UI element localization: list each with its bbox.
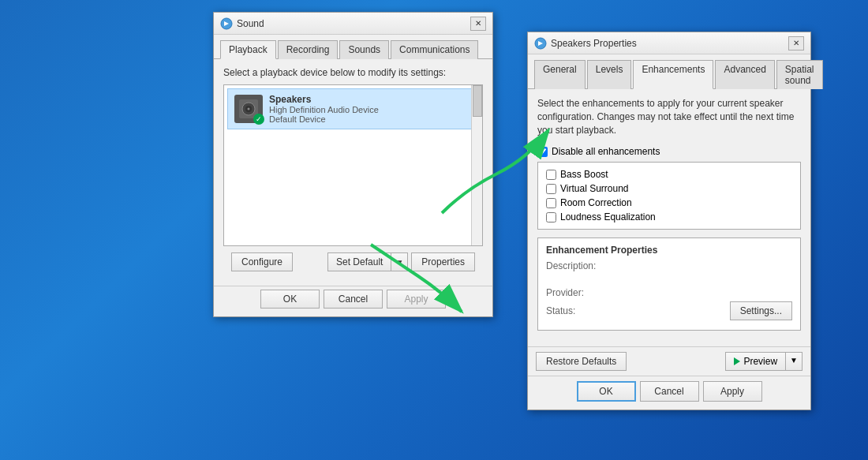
tab-sounds[interactable]: Sounds bbox=[339, 40, 389, 59]
svg-point-5 bbox=[248, 108, 250, 110]
enhancement-description: Select the enhancements to apply for you… bbox=[537, 97, 801, 137]
sound-tab-bar: Playback Recording Sounds Communications bbox=[214, 35, 492, 59]
tab-communications[interactable]: Communications bbox=[391, 40, 478, 59]
instruction-text: Select a playback device below to modify… bbox=[223, 67, 483, 78]
speakers-title-bar: Speakers Properties ✕ bbox=[528, 32, 810, 54]
enhancements-content: Select the enhancements to apply for you… bbox=[528, 89, 810, 346]
default-device-badge: ✓ bbox=[253, 114, 264, 125]
enhancements-list-box: Bass Boost Virtual Surround Room Correct… bbox=[537, 162, 801, 230]
restore-defaults-button[interactable]: Restore Defaults bbox=[536, 352, 627, 371]
tab-playback[interactable]: Playback bbox=[220, 40, 276, 59]
tab-spatial-sound[interactable]: Spatial sound bbox=[776, 60, 823, 89]
configure-row: Configure Set Default ▼ Properties bbox=[223, 246, 483, 278]
set-default-split: Set Default ▼ bbox=[327, 252, 408, 271]
device-sub: High Definition Audio Device bbox=[269, 105, 472, 114]
set-default-dropdown[interactable]: ▼ bbox=[391, 252, 408, 271]
speaker-device-item[interactable]: ✓ Speakers High Definition Audio Device … bbox=[227, 88, 479, 129]
preview-split-button: Preview ▼ bbox=[725, 352, 803, 371]
speakers-cancel-button[interactable]: Cancel bbox=[640, 381, 699, 402]
speakers-title-icon bbox=[534, 37, 547, 50]
scrollbar-thumb bbox=[473, 85, 482, 117]
tab-general[interactable]: General bbox=[534, 60, 586, 89]
sound-apply-button[interactable]: Apply bbox=[387, 290, 446, 309]
description-row: Description: bbox=[546, 260, 792, 271]
preview-main-button[interactable]: Preview bbox=[725, 352, 785, 371]
tab-levels[interactable]: Levels bbox=[587, 60, 632, 89]
disable-all-checkbox[interactable] bbox=[537, 147, 548, 157]
room-correction-checkbox[interactable] bbox=[546, 198, 556, 208]
enhancement-props-title: Enhancement Properties bbox=[546, 245, 792, 256]
room-correction-item: Room Correction bbox=[546, 196, 792, 210]
tab-recording[interactable]: Recording bbox=[278, 40, 339, 59]
disable-all-label: Disable all enhancements bbox=[552, 146, 660, 157]
loudness-equalization-item: Loudness Equalization bbox=[546, 210, 792, 224]
settings-button[interactable]: Settings... bbox=[730, 301, 792, 320]
loudness-eq-checkbox[interactable] bbox=[546, 212, 556, 223]
speakers-properties-dialog: Speakers Properties ✕ General Levels Enh… bbox=[527, 32, 811, 410]
speakers-tab-bar: General Levels Enhancements Advanced Spa… bbox=[528, 54, 810, 89]
preview-dropdown[interactable]: ▼ bbox=[785, 352, 803, 371]
device-list-scrollbar[interactable] bbox=[471, 85, 482, 245]
status-label: Status: bbox=[546, 305, 601, 316]
loudness-eq-label: Loudness Equalization bbox=[560, 211, 656, 223]
set-default-button[interactable]: Set Default bbox=[327, 252, 391, 271]
virtual-surround-label: Virtual Surround bbox=[560, 183, 629, 194]
play-icon bbox=[734, 357, 740, 365]
speakers-ok-footer: OK Cancel Apply bbox=[528, 376, 810, 410]
sound-dialog: Sound ✕ Playback Recording Sounds Commun… bbox=[213, 12, 493, 317]
device-status: Default Device bbox=[269, 114, 472, 124]
sound-cancel-button[interactable]: Cancel bbox=[324, 290, 383, 309]
enhancement-properties-box: Enhancement Properties Description: Prov… bbox=[537, 237, 801, 331]
bass-boost-label: Bass Boost bbox=[560, 169, 608, 180]
description-label: Description: bbox=[546, 260, 601, 271]
speakers-title-text: Speakers Properties bbox=[551, 38, 637, 49]
sound-ok-button[interactable]: OK bbox=[260, 290, 320, 309]
speaker-device-icon: ✓ bbox=[234, 95, 263, 123]
speakers-close-button[interactable]: ✕ bbox=[788, 36, 804, 50]
sound-footer: OK Cancel Apply bbox=[214, 286, 492, 316]
sound-title-icon bbox=[220, 17, 233, 30]
provider-row: Provider: bbox=[546, 287, 792, 298]
bass-boost-checkbox[interactable] bbox=[546, 170, 556, 180]
disable-all-row: Disable all enhancements bbox=[537, 146, 801, 157]
speakers-ok-button[interactable]: OK bbox=[577, 381, 636, 402]
speakers-footer: Restore Defaults Preview ▼ bbox=[528, 346, 810, 376]
device-info: Speakers High Definition Audio Device De… bbox=[269, 94, 472, 124]
tab-advanced[interactable]: Advanced bbox=[715, 60, 774, 89]
bass-boost-item: Bass Boost bbox=[546, 167, 792, 181]
speakers-apply-button[interactable]: Apply bbox=[703, 381, 762, 402]
properties-button[interactable]: Properties bbox=[411, 252, 475, 271]
sound-content: Select a playback device below to modify… bbox=[214, 59, 492, 286]
status-row: Status: Settings... bbox=[546, 301, 792, 320]
tab-enhancements[interactable]: Enhancements bbox=[633, 60, 713, 89]
preview-label: Preview bbox=[743, 356, 777, 367]
sound-title-text: Sound bbox=[237, 18, 264, 29]
virtual-surround-item: Virtual Surround bbox=[546, 181, 792, 196]
sound-title-bar: Sound ✕ bbox=[214, 13, 492, 35]
provider-label: Provider: bbox=[546, 287, 601, 298]
device-name: Speakers bbox=[269, 94, 472, 105]
room-correction-label: Room Correction bbox=[560, 197, 632, 208]
virtual-surround-checkbox[interactable] bbox=[546, 184, 556, 194]
sound-close-button[interactable]: ✕ bbox=[470, 17, 486, 31]
footer-right-buttons: Preview ▼ bbox=[725, 352, 803, 371]
device-list: ✓ Speakers High Definition Audio Device … bbox=[223, 84, 483, 246]
configure-button[interactable]: Configure bbox=[231, 252, 293, 271]
